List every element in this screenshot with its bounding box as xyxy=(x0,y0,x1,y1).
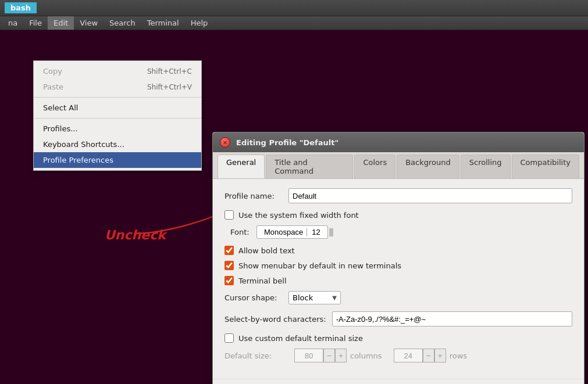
show-menubar-checkbox[interactable] xyxy=(224,261,234,270)
cursor-indicator xyxy=(329,228,333,236)
select-by-word-label: Select-by-word characters: xyxy=(224,315,326,324)
font-name: Monospace xyxy=(264,228,303,236)
use-custom-size-row: Use custom default terminal size xyxy=(224,333,572,343)
columns-dec[interactable]: − xyxy=(323,349,335,363)
use-system-font-checkbox[interactable] xyxy=(224,210,234,220)
tab-title-and-command[interactable]: Title and Command xyxy=(266,155,353,178)
menubar-na[interactable]: na xyxy=(2,16,23,30)
dialog-footer: Help Close xyxy=(213,379,584,384)
font-size: 12 xyxy=(307,228,320,236)
select-by-word-input[interactable] xyxy=(332,311,572,326)
allow-bold-label: Allow bold text xyxy=(238,246,295,255)
font-label: Font: xyxy=(230,228,251,236)
menu-sep-1 xyxy=(34,97,201,98)
dialog-body: Profile name: Use the system fixed width… xyxy=(213,179,584,379)
menubar-search[interactable]: Search xyxy=(104,16,141,30)
menubar-file[interactable]: File xyxy=(23,16,48,30)
bash-label: bash xyxy=(5,2,37,13)
menu-profiles[interactable]: Profiles... xyxy=(34,121,201,137)
use-custom-size-checkbox[interactable] xyxy=(224,333,234,343)
cursor-shape-row: Cursor shape: Block ▼ xyxy=(224,291,572,304)
tab-scrolling[interactable]: Scrolling xyxy=(461,155,511,178)
tab-background[interactable]: Background xyxy=(397,155,459,178)
cursor-shape-arrow: ▼ xyxy=(332,295,337,301)
rows-spinner: − + rows xyxy=(394,349,473,363)
show-menubar-label: Show menubar by default in new terminals xyxy=(238,261,401,270)
terminal-content: Copy Shift+Ctrl+C Paste Shift+Ctrl+V Sel… xyxy=(0,30,588,384)
tab-colors[interactable]: Colors xyxy=(354,155,395,178)
columns-label: columns xyxy=(350,351,382,360)
allow-bold-checkbox[interactable] xyxy=(224,246,234,255)
rows-dec[interactable]: − xyxy=(423,349,434,363)
menu-keyboard-shortcuts[interactable]: Keyboard Shortcuts... xyxy=(34,137,201,152)
profile-name-label: Profile name: xyxy=(224,192,283,200)
profile-name-input[interactable] xyxy=(288,188,572,203)
columns-spinner: − + columns xyxy=(294,349,388,363)
rows-label: rows xyxy=(450,351,467,360)
allow-bold-row: Allow bold text xyxy=(224,246,572,255)
rows-inc[interactable]: + xyxy=(434,349,446,363)
menu-copy[interactable]: Copy Shift+Ctrl+C xyxy=(34,63,201,79)
select-by-word-row: Select-by-word characters: xyxy=(224,311,572,326)
show-menubar-row: Show menubar by default in new terminals xyxy=(224,261,572,270)
font-row: Font: Monospace 12 xyxy=(230,225,572,239)
dialog-titlebar: ✕ Editing Profile "Default" xyxy=(213,132,584,152)
menubar-help[interactable]: Help xyxy=(185,16,214,30)
menubar: na File Edit View Search Terminal Help xyxy=(0,16,588,30)
dialog-title: Editing Profile "Default" xyxy=(236,138,338,147)
terminal-bell-checkbox[interactable] xyxy=(224,276,234,285)
default-size-row: Default size: − + columns − + rows xyxy=(224,349,572,363)
menubar-edit[interactable]: Edit xyxy=(48,16,74,30)
dialog-close-icon[interactable]: ✕ xyxy=(220,137,230,148)
tab-bar: General Title and Command Colors Backgro… xyxy=(213,152,584,179)
cursor-shape-label: Cursor shape: xyxy=(224,293,283,302)
menubar-view[interactable]: View xyxy=(74,16,104,30)
cursor-shape-value: Block xyxy=(293,293,313,302)
use-system-font-label: Use the system fixed width font xyxy=(238,211,359,220)
terminal-bell-label: Terminal bell xyxy=(238,277,287,285)
use-system-font-row: Use the system fixed width font xyxy=(224,210,572,220)
rows-input[interactable] xyxy=(394,349,423,363)
menu-sep-2 xyxy=(34,118,201,119)
profile-name-row: Profile name: xyxy=(224,188,572,203)
default-size-label: Default size: xyxy=(224,351,283,360)
tab-general[interactable]: General xyxy=(218,155,265,178)
menu-paste[interactable]: Paste Shift+Ctrl+V xyxy=(34,79,201,95)
edit-menu: Copy Shift+Ctrl+C Paste Shift+Ctrl+V Sel… xyxy=(33,60,202,171)
font-picker-button[interactable]: Monospace 12 xyxy=(256,225,328,239)
profile-preferences-dialog: ✕ Editing Profile "Default" General Titl… xyxy=(212,132,585,384)
menubar-terminal[interactable]: Terminal xyxy=(141,16,185,30)
terminal-bell-row: Terminal bell xyxy=(224,276,572,285)
terminal-titlebar: bash xyxy=(0,0,588,16)
tab-compatibility[interactable]: Compatibility xyxy=(512,155,580,178)
cursor-shape-select[interactable]: Block ▼ xyxy=(288,291,341,304)
menu-profile-preferences[interactable]: Profile Preferences xyxy=(34,152,201,168)
use-custom-size-label: Use custom default terminal size xyxy=(238,334,363,343)
menu-select-all[interactable]: Select All xyxy=(34,100,201,116)
columns-inc[interactable]: + xyxy=(335,349,347,363)
columns-input[interactable] xyxy=(294,349,323,363)
